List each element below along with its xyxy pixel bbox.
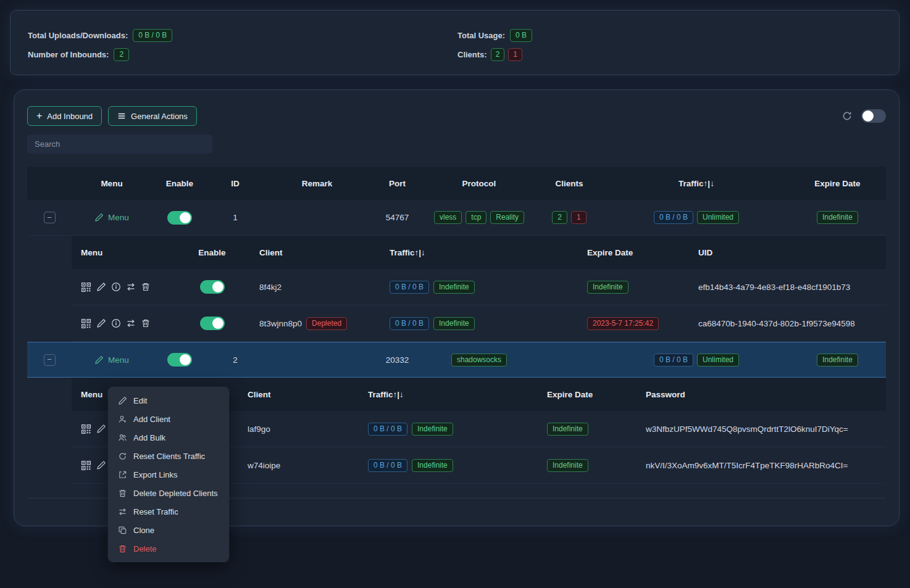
edit-client-icon[interactable] (96, 424, 106, 434)
client-traffic-limit-badge: Indefinite (433, 317, 475, 330)
refresh-icon[interactable] (841, 110, 853, 122)
inbound-traffic: 0 B / 0 B Unlimited (604, 211, 789, 224)
client-enable-toggle[interactable] (200, 317, 225, 330)
client-header-expire: Expire Date (578, 248, 689, 257)
client-header-enable: Enable (186, 248, 238, 257)
client-expire: Indefinite (538, 423, 637, 436)
context-menu-item-delete-depleted-clients[interactable]: Delete Depleted Clients (111, 484, 227, 502)
row-menu-label: Menu (108, 355, 129, 365)
traffic-usage-badge: 0 B / 0 B (654, 354, 693, 366)
add-inbound-button[interactable]: + Add Inbound (27, 106, 102, 126)
client-actions (72, 318, 186, 329)
client-table-inbound-1: Menu Enable Client Traffic↑|↓ Expire Dat… (72, 236, 886, 342)
client-expire: Indefinite (578, 281, 689, 294)
context-menu-item-edit[interactable]: Edit (111, 391, 227, 410)
clients-active-badge: 2 (491, 48, 505, 61)
client-traffic-usage-badge: 0 B / 0 B (390, 281, 429, 294)
inbound-port: 54767 (371, 213, 424, 222)
qrcode-icon[interactable] (81, 460, 91, 471)
trash-icon (118, 489, 127, 498)
header-enable: Enable (152, 179, 207, 188)
info-icon[interactable] (111, 318, 121, 328)
context-menu-label: Add Bulk (133, 433, 165, 442)
context-menu-item-reset-traffic[interactable]: Reset Traffic (111, 502, 227, 521)
row-menu-label: Menu (108, 213, 129, 222)
security-tag: Reality (490, 211, 524, 224)
client-expire-badge: Indefinite (547, 423, 588, 436)
plus-icon: + (36, 112, 42, 120)
uploads-value-badge: 0 B / 0 B (133, 29, 172, 42)
inbound-id: 2 (207, 355, 263, 365)
inbound-row-2: − Menu 2 20332 shadowsocks 0 B / 0 B Unl… (27, 342, 886, 378)
client-name: 8t3wjnn8p0 (259, 319, 302, 328)
row-menu-button[interactable]: Menu (94, 355, 129, 365)
client-password: nkV/I/3XoAm9v6xMT/T5IcrF4TpeTKF98rHARbRo… (637, 461, 886, 470)
header-remark: Remark (263, 179, 371, 188)
client-name: laf9go (238, 424, 359, 434)
enable-toggle[interactable] (167, 353, 192, 366)
header-clients: Clients (535, 179, 604, 188)
user-add-icon (118, 415, 127, 424)
usage-label: Total Usage: (457, 31, 505, 40)
depleted-badge: Depleted (306, 317, 347, 330)
context-menu-item-clone[interactable]: Clone (111, 521, 227, 539)
collapse-row-button[interactable]: − (44, 354, 56, 366)
inbound-traffic: 0 B / 0 B Unlimited (604, 354, 789, 366)
context-menu-item-export-links[interactable]: Export Links (111, 465, 227, 484)
client-traffic-usage-badge: 0 B / 0 B (368, 459, 407, 472)
client-traffic-limit-badge: Indefinite (412, 423, 453, 436)
client-header-traffic[interactable]: Traffic↑|↓ (380, 248, 578, 257)
client-name-cell: 8t3wjnn8p0 Depleted (238, 317, 380, 330)
delete-client-icon[interactable] (141, 318, 151, 328)
header-menu: Menu (72, 179, 152, 188)
inbound-protocol-tags: shadowsocks (424, 354, 535, 366)
clients-depleted-badge: 1 (508, 48, 522, 61)
client-expire-badge: Indefinite (587, 281, 628, 294)
header-traffic-sort[interactable]: Traffic↑|↓ (604, 179, 789, 188)
client-row: 8f4kj2 0 B / 0 B Indefinite Indefinite e… (72, 269, 886, 305)
delete-client-icon[interactable] (141, 282, 151, 292)
general-actions-button[interactable]: General Actions (108, 106, 197, 126)
qrcode-icon[interactable] (81, 424, 91, 434)
context-menu-item-add-client[interactable]: Add Client (111, 410, 227, 428)
client-traffic-usage-badge: 0 B / 0 B (390, 317, 429, 330)
reset-traffic-icon[interactable] (126, 318, 136, 328)
context-menu-item-reset-clients-traffic[interactable]: Reset Clients Traffic (111, 447, 227, 465)
qrcode-icon[interactable] (81, 282, 91, 292)
context-menu-label: Edit (133, 396, 147, 405)
client-traffic-limit-badge: Indefinite (433, 281, 475, 294)
stat-clients: Clients: 2 1 (457, 48, 532, 61)
reset-traffic-icon[interactable] (126, 282, 136, 292)
edit-client-icon[interactable] (96, 282, 106, 292)
context-menu-item-delete[interactable]: Delete (111, 539, 227, 558)
collapse-row-button[interactable]: − (44, 212, 56, 223)
client-enable-toggle[interactable] (200, 280, 225, 294)
info-icon[interactable] (111, 282, 121, 292)
inbounds-label: Number of Inbounds: (28, 50, 109, 59)
users-icon (118, 433, 127, 442)
edit-client-icon[interactable] (96, 318, 106, 328)
inbound-expire: Indefinite (789, 354, 886, 366)
client-header-expire: Expire Date (538, 390, 637, 399)
inbound-protocol-tags: vless tcp Reality (424, 211, 535, 224)
client-traffic: 0 B / 0 B Indefinite (359, 459, 538, 472)
clients-label: Clients: (457, 50, 487, 59)
client-traffic: 0 B / 0 B Indefinite (380, 317, 578, 330)
copy-icon (118, 526, 127, 535)
context-menu-label: Clone (133, 526, 154, 535)
client-header-traffic[interactable]: Traffic↑|↓ (359, 390, 538, 399)
search-input[interactable] (27, 135, 212, 154)
edit-client-icon[interactable] (96, 460, 106, 470)
traffic-limit-badge: Unlimited (697, 354, 739, 366)
enable-toggle[interactable] (167, 211, 192, 225)
stat-total-uploads-downloads: Total Uploads/Downloads: 0 B / 0 B (28, 29, 457, 42)
inbounds-value-badge: 2 (114, 48, 129, 61)
inbound-id: 1 (207, 213, 263, 222)
pencil-icon (94, 213, 104, 222)
context-menu-item-add-bulk[interactable]: Add Bulk (111, 428, 227, 447)
client-expire: 2023-5-7 17:25:42 (578, 317, 689, 330)
theme-toggle[interactable] (861, 109, 886, 123)
row-menu-button[interactable]: Menu (94, 213, 129, 222)
qrcode-icon[interactable] (81, 318, 91, 329)
clients-active-count: 2 (552, 211, 567, 224)
